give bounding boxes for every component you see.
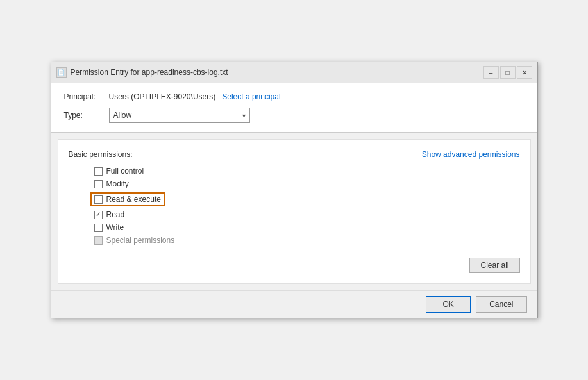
dialog-icon: 📄 xyxy=(56,67,67,78)
modify-label: Modify xyxy=(106,179,129,188)
modify-checkbox[interactable] xyxy=(94,180,103,188)
select-principal-link[interactable]: Select a principal xyxy=(222,92,280,101)
type-dropdown[interactable]: Allow ▾ xyxy=(109,108,250,123)
permissions-list: Full control Modify Read & execute xyxy=(69,167,520,245)
read-execute-checkbox[interactable] xyxy=(94,195,103,204)
permission-entry-dialog: 📄 Permission Entry for app-readiness-cbs… xyxy=(51,62,538,318)
list-item: Read & execute xyxy=(94,192,520,206)
main-section: Basic permissions: Show advanced permiss… xyxy=(58,139,531,284)
principal-label: Principal: xyxy=(64,92,109,101)
special-permissions-label: Special permissions xyxy=(106,236,175,245)
close-button[interactable]: ✕ xyxy=(517,66,532,79)
dialog-title: Permission Entry for app-readiness-cbs-l… xyxy=(71,68,480,77)
type-row: Type: Allow ▾ xyxy=(64,108,525,123)
list-item: Modify xyxy=(94,179,520,188)
full-control-label: Full control xyxy=(106,167,144,176)
type-dropdown-value: Allow xyxy=(113,111,242,120)
principal-row: Principal: Users (OPTIPLEX-9020\Users) S… xyxy=(64,92,525,101)
ok-button[interactable]: OK xyxy=(426,296,471,313)
title-bar: 📄 Permission Entry for app-readiness-cbs… xyxy=(51,62,537,83)
list-item: Special permissions xyxy=(94,236,520,245)
maximize-button[interactable]: □ xyxy=(500,66,516,79)
title-bar-buttons: – □ ✕ xyxy=(483,66,532,79)
dropdown-arrow-icon: ▾ xyxy=(242,112,246,119)
write-label: Write xyxy=(106,223,124,232)
write-checkbox[interactable] xyxy=(94,224,103,232)
clear-all-container: Clear all xyxy=(69,258,520,273)
list-item: Full control xyxy=(94,167,520,176)
read-execute-wrapper: Read & execute xyxy=(90,192,165,206)
cancel-button[interactable]: Cancel xyxy=(476,296,526,313)
read-execute-label: Read & execute xyxy=(106,195,161,204)
top-section: Principal: Users (OPTIPLEX-9020\Users) S… xyxy=(51,83,537,133)
list-item: Write xyxy=(94,223,520,232)
full-control-checkbox[interactable] xyxy=(94,167,103,176)
show-advanced-link[interactable]: Show advanced permissions xyxy=(422,150,520,159)
read-checkbox[interactable] xyxy=(94,211,103,219)
dialog-body: Principal: Users (OPTIPLEX-9020\Users) S… xyxy=(51,83,537,290)
special-permissions-checkbox xyxy=(94,236,103,245)
list-item: Read xyxy=(94,210,520,219)
bottom-bar: OK Cancel xyxy=(51,290,537,318)
principal-value: Users (OPTIPLEX-9020\Users) xyxy=(109,92,216,101)
clear-all-button[interactable]: Clear all xyxy=(469,258,519,273)
read-label: Read xyxy=(106,210,125,219)
minimize-button[interactable]: – xyxy=(483,66,499,79)
section-header: Basic permissions: Show advanced permiss… xyxy=(69,150,520,159)
type-label: Type: xyxy=(64,111,109,120)
section-title: Basic permissions: xyxy=(69,150,133,159)
